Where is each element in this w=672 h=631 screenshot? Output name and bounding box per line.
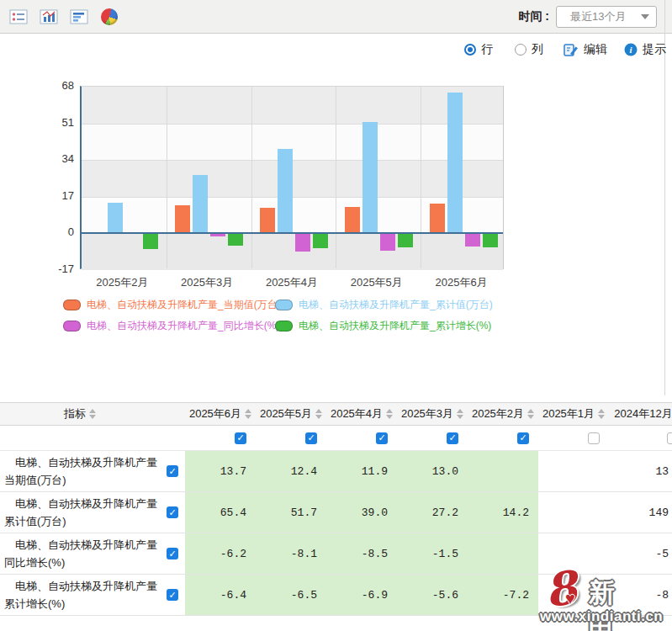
chart-bar[interactable] <box>362 122 378 234</box>
column-checkbox-cell <box>538 426 609 450</box>
chart-bar[interactable] <box>380 233 395 251</box>
table-header-month-label: 2024年12月 <box>614 406 672 422</box>
chart-bar[interactable] <box>260 208 275 234</box>
chart-bar[interactable] <box>465 233 480 247</box>
radio-column-label: 列 <box>532 42 543 57</box>
row-checkbox-cell: ✓ <box>160 575 185 615</box>
edit-button[interactable]: 编辑 <box>564 42 607 57</box>
chart-controls: 行 列 编辑 i 提示 <box>464 41 666 58</box>
value-cell <box>538 575 609 615</box>
x-axis-category-label: 2025年4月 <box>250 275 335 290</box>
value-cell: -6.9 <box>326 575 397 615</box>
indicator-label-line2: 累计值(万台) <box>4 515 66 528</box>
legend-item[interactable]: 电梯、自动扶梯及升降机产量_当期值(万台) <box>63 298 281 312</box>
table-header-month[interactable]: 2025年1月 <box>538 403 609 425</box>
value-cell <box>468 533 538 574</box>
chart-bar[interactable] <box>483 233 498 247</box>
sort-arrows-icon[interactable] <box>89 409 96 419</box>
chart-bar[interactable] <box>143 233 158 248</box>
value-cell: -6.4 <box>185 575 256 615</box>
sort-arrows-icon[interactable] <box>245 409 251 419</box>
chart-bar[interactable] <box>278 149 293 233</box>
column-checkbox[interactable]: ✓ <box>376 432 388 444</box>
value-cell <box>538 492 609 533</box>
column-checkbox-cell: ✓ <box>326 426 397 450</box>
table-header-month[interactable]: 2025年4月 <box>326 403 397 425</box>
pie-chart-icon <box>101 8 118 25</box>
chart-bar[interactable] <box>345 207 360 234</box>
table-header-indicator[interactable]: 指标 <box>0 403 185 425</box>
chart-bar[interactable] <box>430 204 445 233</box>
row-checkbox[interactable]: ✓ <box>167 548 178 559</box>
column-checkbox[interactable]: ✓ <box>447 432 458 444</box>
table-header-month[interactable]: 2025年5月 <box>256 403 326 425</box>
table-header-month[interactable]: 2025年6月 <box>185 403 256 425</box>
horizontal-bar-chart-button[interactable] <box>69 7 89 27</box>
row-checkbox[interactable]: ✓ <box>167 506 178 518</box>
table-header-month[interactable]: 2025年2月 <box>468 403 538 425</box>
column-checkbox[interactable]: ✓ <box>305 432 317 444</box>
legend-label: 电梯、自动扶梯及升降机产量_累计增长(%) <box>299 319 491 333</box>
column-checkbox[interactable]: ✓ <box>517 432 529 444</box>
pie-chart-button[interactable] <box>99 7 119 27</box>
table-view-button[interactable] <box>8 7 29 27</box>
value-cell: -8 <box>609 575 672 615</box>
legend-item[interactable]: 电梯、自动扶梯及升降机产量_累计值(万台) <box>275 298 493 312</box>
chevron-down-icon <box>641 14 649 19</box>
table-header-indicator-label: 指标 <box>64 406 86 422</box>
sort-arrows-icon[interactable] <box>527 409 534 419</box>
indicator-label-cell: 电梯、自动扶梯及升降机产量累计增长(%) <box>0 575 160 615</box>
chart-vertical-gridline <box>251 87 252 268</box>
column-checkbox[interactable] <box>667 432 672 444</box>
chart-bar[interactable] <box>193 175 208 234</box>
horizontal-bar-chart-icon <box>70 8 88 26</box>
chart-bar[interactable] <box>398 233 413 247</box>
legend-label: 电梯、自动扶梯及升降机产量_累计值(万台) <box>299 298 493 312</box>
row-checkbox[interactable]: ✓ <box>167 589 178 601</box>
radio-column[interactable]: 列 <box>515 42 543 57</box>
view-switcher <box>8 7 119 27</box>
column-chart-button[interactable] <box>39 7 59 27</box>
legend-item[interactable]: 电梯、自动扶梯及升降机产量_同比增长(%) <box>63 319 279 333</box>
sort-arrows-icon[interactable] <box>386 409 393 419</box>
value-cell <box>538 451 609 491</box>
table-header-month-label: 2025年5月 <box>260 406 312 422</box>
table-header-month[interactable]: 2025年3月 <box>397 403 468 425</box>
column-checkbox[interactable]: ✓ <box>235 432 246 444</box>
table-header-month[interactable]: 2024年12月 <box>609 403 672 425</box>
edit-label: 编辑 <box>584 42 607 57</box>
radio-row-icon <box>464 44 476 56</box>
table-header-month-label: 2025年6月 <box>189 406 241 422</box>
chart-bar[interactable] <box>313 233 328 248</box>
column-chart-icon <box>40 8 58 26</box>
tip-button[interactable]: i 提示 <box>624 42 666 57</box>
legend-swatch-icon <box>275 321 293 331</box>
chart-bar[interactable] <box>228 233 243 245</box>
chart-bar[interactable] <box>295 233 310 252</box>
chart-bar[interactable] <box>175 205 190 233</box>
x-axis-category-label: 2025年5月 <box>334 275 419 290</box>
radio-row[interactable]: 行 <box>464 42 493 57</box>
sort-arrows-icon[interactable] <box>598 409 605 419</box>
indicator-label-line2: 当期值(万台) <box>4 474 66 486</box>
indicator-label-line1: 电梯、自动扶梯及升降机产量 <box>15 453 160 471</box>
sort-arrows-icon[interactable] <box>457 409 463 419</box>
indicator-label-cell: 电梯、自动扶梯及升降机产量同比增长(%) <box>0 533 160 574</box>
y-axis-tick-label: 34 <box>40 152 74 165</box>
column-checkbox[interactable] <box>588 432 600 444</box>
legend-item[interactable]: 电梯、自动扶梯及升降机产量_累计增长(%) <box>275 319 491 333</box>
x-axis-category-label: 2025年6月 <box>419 275 504 290</box>
value-cell: 13 <box>609 451 672 491</box>
indicator-label-line2: 累计增长(%) <box>4 597 65 610</box>
chart-bar[interactable] <box>108 203 123 233</box>
time-range-select[interactable]: 最近13个月 <box>556 6 657 28</box>
legend-swatch-icon <box>63 300 81 310</box>
table-row: 电梯、自动扶梯及升降机产量同比增长(%)✓-6.2-8.1-8.5-1.5-5 <box>0 533 672 575</box>
value-cell: -7.2 <box>468 575 538 615</box>
panel-right-border <box>664 0 665 395</box>
sort-arrows-icon[interactable] <box>315 409 322 419</box>
legend-label: 电梯、自动扶梯及升降机产量_当期值(万台) <box>87 298 281 312</box>
chart-bar[interactable] <box>447 93 463 234</box>
row-checkbox[interactable]: ✓ <box>167 465 178 477</box>
column-checkbox-cell: ✓ <box>185 426 256 450</box>
